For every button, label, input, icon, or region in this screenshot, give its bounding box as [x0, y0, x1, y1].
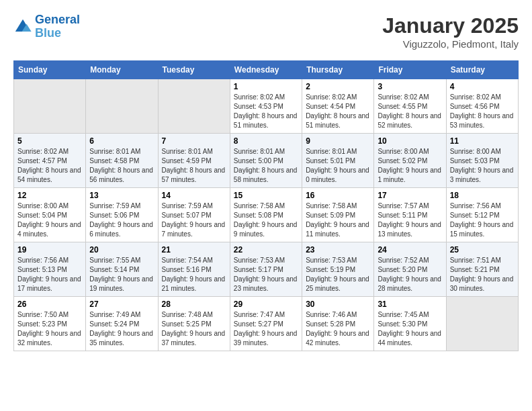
calendar-week-row: 19Sunrise: 7:56 AM Sunset: 5:13 PM Dayli…: [14, 242, 519, 297]
day-number: 4: [450, 82, 515, 91]
day-info: Sunrise: 8:02 AM Sunset: 4:57 PM Dayligh…: [17, 147, 82, 185]
calendar-cell: 11Sunrise: 8:00 AM Sunset: 5:03 PM Dayli…: [446, 134, 518, 188]
day-number: 30: [306, 300, 370, 309]
day-info: Sunrise: 7:56 AM Sunset: 5:13 PM Dayligh…: [17, 256, 82, 293]
day-number: 12: [17, 191, 82, 200]
title-block: January 2025 Viguzzolo, Piedmont, Italy: [382, 13, 519, 50]
day-number: 10: [378, 136, 442, 146]
day-of-week-header: Friday: [374, 61, 446, 79]
calendar-cell: 23Sunrise: 7:53 AM Sunset: 5:19 PM Dayli…: [302, 242, 374, 297]
day-info: Sunrise: 8:02 AM Sunset: 4:55 PM Dayligh…: [378, 93, 442, 130]
calendar-week-row: 5Sunrise: 8:02 AM Sunset: 4:57 PM Daylig…: [14, 134, 519, 188]
day-number: 6: [89, 136, 154, 146]
calendar-cell: 31Sunrise: 7:45 AM Sunset: 5:30 PM Dayli…: [374, 297, 446, 351]
day-number: 8: [234, 136, 298, 146]
day-number: 27: [89, 300, 154, 309]
calendar-cell: 3Sunrise: 8:02 AM Sunset: 4:55 PM Daylig…: [374, 79, 446, 134]
calendar-cell: 29Sunrise: 7:47 AM Sunset: 5:27 PM Dayli…: [230, 297, 302, 351]
calendar-cell: 6Sunrise: 8:01 AM Sunset: 4:58 PM Daylig…: [86, 134, 158, 188]
day-info: Sunrise: 7:55 AM Sunset: 5:14 PM Dayligh…: [89, 256, 154, 293]
day-info: Sunrise: 8:02 AM Sunset: 4:54 PM Dayligh…: [306, 93, 370, 130]
day-number: 28: [162, 300, 226, 309]
location: Viguzzolo, Piedmont, Italy: [382, 38, 519, 50]
calendar-cell: 15Sunrise: 7:58 AM Sunset: 5:08 PM Dayli…: [230, 188, 302, 242]
header-row: SundayMondayTuesdayWednesdayThursdayFrid…: [14, 61, 519, 79]
calendar-cell: 5Sunrise: 8:02 AM Sunset: 4:57 PM Daylig…: [14, 134, 86, 188]
day-info: Sunrise: 8:01 AM Sunset: 5:00 PM Dayligh…: [234, 147, 298, 185]
calendar-cell: [86, 79, 158, 134]
day-number: 19: [17, 245, 82, 255]
day-number: 13: [89, 191, 154, 200]
day-info: Sunrise: 7:47 AM Sunset: 5:27 PM Dayligh…: [234, 310, 298, 348]
day-number: 2: [306, 82, 370, 91]
calendar-cell: [446, 297, 518, 351]
calendar-cell: 25Sunrise: 7:51 AM Sunset: 5:21 PM Dayli…: [446, 242, 518, 297]
calendar-cell: 8Sunrise: 8:01 AM Sunset: 5:00 PM Daylig…: [230, 134, 302, 188]
calendar-cell: 10Sunrise: 8:00 AM Sunset: 5:02 PM Dayli…: [374, 134, 446, 188]
calendar-week-row: 12Sunrise: 8:00 AM Sunset: 5:04 PM Dayli…: [14, 188, 519, 242]
calendar-cell: 24Sunrise: 7:52 AM Sunset: 5:20 PM Dayli…: [374, 242, 446, 297]
calendar-cell: 28Sunrise: 7:48 AM Sunset: 5:25 PM Dayli…: [158, 297, 230, 351]
day-info: Sunrise: 7:53 AM Sunset: 5:17 PM Dayligh…: [234, 256, 298, 293]
day-of-week-header: Monday: [86, 61, 158, 79]
calendar-cell: 2Sunrise: 8:02 AM Sunset: 4:54 PM Daylig…: [302, 79, 374, 134]
day-info: Sunrise: 7:56 AM Sunset: 5:12 PM Dayligh…: [450, 201, 515, 239]
day-info: Sunrise: 8:00 AM Sunset: 5:03 PM Dayligh…: [450, 147, 515, 185]
day-of-week-header: Wednesday: [230, 61, 302, 79]
calendar-cell: 19Sunrise: 7:56 AM Sunset: 5:13 PM Dayli…: [14, 242, 86, 297]
calendar-cell: 14Sunrise: 7:59 AM Sunset: 5:07 PM Dayli…: [158, 188, 230, 242]
day-of-week-header: Saturday: [446, 61, 518, 79]
day-number: 5: [17, 136, 82, 146]
calendar-cell: 30Sunrise: 7:46 AM Sunset: 5:28 PM Dayli…: [302, 297, 374, 351]
calendar-cell: 9Sunrise: 8:01 AM Sunset: 5:01 PM Daylig…: [302, 134, 374, 188]
calendar-cell: 20Sunrise: 7:55 AM Sunset: 5:14 PM Dayli…: [86, 242, 158, 297]
day-number: 17: [378, 191, 442, 200]
day-info: Sunrise: 8:01 AM Sunset: 4:59 PM Dayligh…: [162, 147, 226, 185]
day-number: 1: [234, 82, 298, 91]
day-info: Sunrise: 7:52 AM Sunset: 5:20 PM Dayligh…: [378, 256, 442, 293]
day-number: 9: [306, 136, 370, 146]
calendar-cell: 1Sunrise: 8:02 AM Sunset: 4:53 PM Daylig…: [230, 79, 302, 134]
logo: General Blue: [13, 13, 80, 40]
calendar-table: SundayMondayTuesdayWednesdayThursdayFrid…: [13, 60, 519, 351]
day-info: Sunrise: 8:00 AM Sunset: 5:04 PM Dayligh…: [17, 201, 82, 239]
day-number: 20: [89, 245, 154, 255]
calendar-week-row: 26Sunrise: 7:50 AM Sunset: 5:23 PM Dayli…: [14, 297, 519, 351]
calendar-cell: 13Sunrise: 7:59 AM Sunset: 5:06 PM Dayli…: [86, 188, 158, 242]
day-number: 26: [17, 300, 82, 309]
day-info: Sunrise: 8:02 AM Sunset: 4:53 PM Dayligh…: [234, 93, 298, 130]
calendar-header: SundayMondayTuesdayWednesdayThursdayFrid…: [14, 61, 519, 79]
day-number: 15: [234, 191, 298, 200]
calendar-cell: 22Sunrise: 7:53 AM Sunset: 5:17 PM Dayli…: [230, 242, 302, 297]
calendar-cell: 7Sunrise: 8:01 AM Sunset: 4:59 PM Daylig…: [158, 134, 230, 188]
day-number: 16: [306, 191, 370, 200]
month-title: January 2025: [382, 13, 519, 38]
day-info: Sunrise: 7:51 AM Sunset: 5:21 PM Dayligh…: [450, 256, 515, 293]
day-of-week-header: Thursday: [302, 61, 374, 79]
day-info: Sunrise: 7:45 AM Sunset: 5:30 PM Dayligh…: [378, 310, 442, 348]
day-info: Sunrise: 7:58 AM Sunset: 5:09 PM Dayligh…: [306, 201, 370, 239]
day-info: Sunrise: 7:49 AM Sunset: 5:24 PM Dayligh…: [89, 310, 154, 348]
calendar-cell: 4Sunrise: 8:02 AM Sunset: 4:56 PM Daylig…: [446, 79, 518, 134]
calendar-cell: 16Sunrise: 7:58 AM Sunset: 5:09 PM Dayli…: [302, 188, 374, 242]
calendar-cell: 26Sunrise: 7:50 AM Sunset: 5:23 PM Dayli…: [14, 297, 86, 351]
day-number: 14: [162, 191, 226, 200]
day-number: 24: [378, 245, 442, 255]
calendar-week-row: 1Sunrise: 8:02 AM Sunset: 4:53 PM Daylig…: [14, 79, 519, 134]
day-info: Sunrise: 8:01 AM Sunset: 5:01 PM Dayligh…: [306, 147, 370, 185]
day-info: Sunrise: 7:50 AM Sunset: 5:23 PM Dayligh…: [17, 310, 82, 348]
day-number: 7: [162, 136, 226, 146]
calendar-cell: [158, 79, 230, 134]
day-of-week-header: Tuesday: [158, 61, 230, 79]
logo-text: General Blue: [35, 13, 80, 40]
calendar-cell: 27Sunrise: 7:49 AM Sunset: 5:24 PM Dayli…: [86, 297, 158, 351]
day-info: Sunrise: 8:02 AM Sunset: 4:56 PM Dayligh…: [450, 93, 515, 130]
calendar-cell: [14, 79, 86, 134]
day-number: 21: [162, 245, 226, 255]
day-info: Sunrise: 7:46 AM Sunset: 5:28 PM Dayligh…: [306, 310, 370, 348]
day-info: Sunrise: 7:54 AM Sunset: 5:16 PM Dayligh…: [162, 256, 226, 293]
day-number: 18: [450, 191, 515, 200]
day-number: 22: [234, 245, 298, 255]
day-number: 29: [234, 300, 298, 309]
day-of-week-header: Sunday: [14, 61, 86, 79]
